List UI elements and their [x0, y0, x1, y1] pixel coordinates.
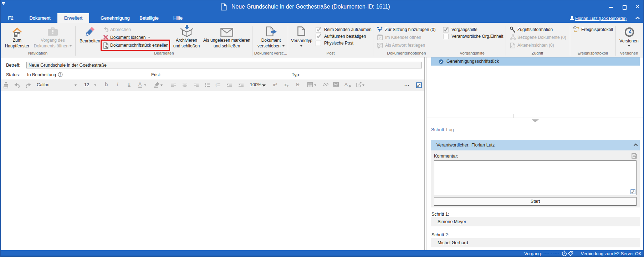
svg-text:7: 7: [379, 36, 381, 40]
svg-text:2: 2: [215, 85, 217, 88]
svg-text:?: ?: [60, 72, 61, 76]
svg-text:1: 1: [215, 82, 217, 85]
